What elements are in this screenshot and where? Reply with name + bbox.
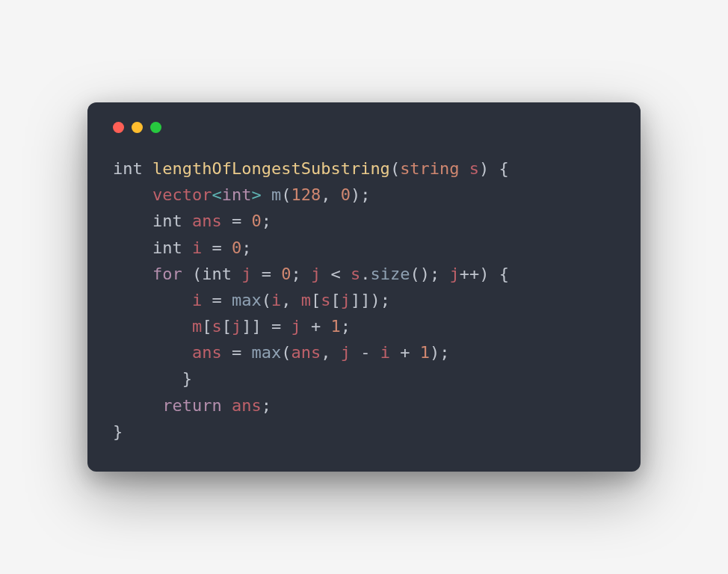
code-token: <	[321, 265, 351, 283]
code-token: [	[311, 291, 321, 309]
code-token: ans	[232, 396, 262, 415]
code-token: (	[281, 343, 291, 362]
code-token: j	[341, 343, 351, 362]
code-token: 0	[251, 212, 261, 230]
code-token	[262, 185, 271, 204]
code-token: 128	[291, 185, 321, 204]
code-token: string	[400, 159, 469, 178]
code-token: int	[152, 212, 192, 230]
code-token: =	[202, 291, 232, 309]
code-token: ;	[241, 238, 251, 257]
code-token: 0	[232, 238, 241, 257]
code-token: (	[262, 291, 271, 309]
code-token: }	[113, 422, 123, 441]
code-token: j	[241, 265, 251, 283]
code-token: (	[281, 185, 291, 204]
code-token	[113, 265, 152, 283]
code-token: int	[222, 185, 252, 204]
code-token: ]]);	[351, 291, 390, 309]
code-token: i	[271, 291, 281, 309]
code-token: [	[330, 291, 340, 309]
code-token: j	[232, 317, 241, 336]
code-token: for	[152, 265, 182, 283]
code-token: +	[390, 343, 420, 362]
code-token: int	[113, 159, 152, 178]
code-token: >	[251, 185, 261, 204]
code-token: int	[152, 238, 192, 257]
code-token: 0	[341, 185, 351, 204]
code-token: s	[212, 317, 221, 336]
code-token: ans	[192, 343, 222, 362]
code-token: -	[351, 343, 380, 362]
code-token: .	[360, 265, 370, 283]
code-token: int	[202, 265, 241, 283]
code-token: j	[341, 291, 351, 309]
code-token: ;	[262, 212, 271, 230]
code-token: ) {	[479, 265, 509, 283]
code-token: =	[222, 212, 252, 230]
code-token	[222, 396, 232, 415]
maximize-dot-icon[interactable]	[150, 122, 161, 133]
code-token: lengthOfLongestSubstring	[152, 159, 390, 178]
code-token: 1	[420, 343, 430, 362]
code-token: s	[469, 159, 479, 178]
close-dot-icon[interactable]	[113, 122, 124, 133]
window-titlebar	[113, 122, 615, 133]
code-token: );	[430, 343, 450, 362]
code-token: ,	[321, 185, 341, 204]
code-token: +	[301, 317, 331, 336]
code-token: i	[192, 291, 202, 309]
code-token: vector	[152, 185, 212, 204]
code-token: =	[202, 238, 232, 257]
code-token: ans	[192, 212, 222, 230]
code-token: (	[390, 159, 400, 178]
code-token: j	[291, 317, 300, 336]
code-token: return	[162, 396, 221, 415]
code-token	[113, 396, 162, 415]
code-token: j	[311, 265, 321, 283]
code-token: =	[222, 343, 252, 362]
code-token: ();	[410, 265, 449, 283]
minimize-dot-icon[interactable]	[132, 122, 143, 133]
code-block: int lengthOfLongestSubstring(string s) {…	[113, 155, 615, 445]
code-token: max	[232, 291, 262, 309]
code-token	[113, 185, 152, 204]
code-token: 1	[330, 317, 340, 336]
code-token: ) {	[479, 159, 509, 178]
code-token	[113, 317, 192, 336]
code-token: }	[113, 369, 192, 388]
code-token: ++	[460, 265, 480, 283]
code-token: [	[222, 317, 232, 336]
code-token: [	[202, 317, 212, 336]
code-token: ,	[321, 343, 341, 362]
code-token: ans	[291, 343, 321, 362]
code-token: i	[380, 343, 390, 362]
code-token: s	[321, 291, 330, 309]
code-token: );	[351, 185, 371, 204]
code-token: =	[251, 265, 281, 283]
code-token: 0	[281, 265, 291, 283]
code-token: ;	[262, 396, 271, 415]
code-token: ;	[341, 317, 351, 336]
code-token	[113, 343, 192, 362]
code-token	[113, 212, 152, 230]
code-token: (	[182, 265, 203, 283]
code-token: ]] =	[241, 317, 291, 336]
code-token: j	[449, 265, 459, 283]
code-token: max	[251, 343, 281, 362]
code-token: ,	[281, 291, 301, 309]
code-token	[113, 291, 192, 309]
code-token: ;	[291, 265, 311, 283]
code-window: int lengthOfLongestSubstring(string s) {…	[87, 102, 641, 472]
code-token: s	[351, 265, 360, 283]
code-token: m	[192, 317, 202, 336]
code-token: m	[301, 291, 311, 309]
code-token: m	[271, 185, 281, 204]
code-token: size	[370, 265, 410, 283]
code-token: i	[192, 238, 202, 257]
code-token	[113, 238, 152, 257]
code-token: <	[212, 185, 221, 204]
